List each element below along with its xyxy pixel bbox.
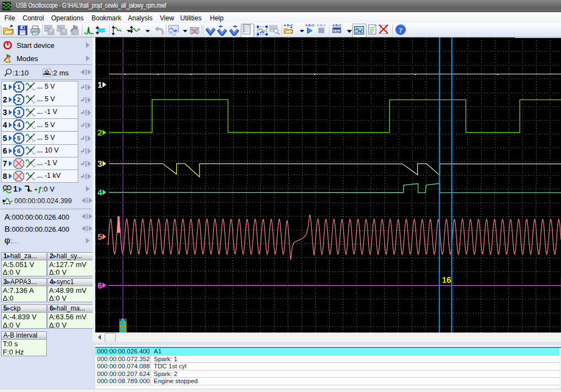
svg-text:3: 3 — [17, 109, 20, 116]
svg-text:A:B+C: A:B+C — [284, 24, 293, 27]
svg-text:3: 3 — [98, 159, 102, 168]
svg-text:2: 2 — [17, 96, 20, 103]
svg-text:A:B+C: A:B+C — [332, 24, 342, 27]
svg-text:B: B — [121, 326, 125, 332]
svg-text:A:B+C: A:B+C — [305, 24, 315, 27]
svg-text:4: 4 — [98, 188, 103, 197]
svg-text:5: 5 — [98, 232, 102, 241]
svg-text:?: ? — [399, 26, 403, 34]
svg-text:1: 1 — [17, 84, 20, 90]
svg-text:16: 16 — [442, 275, 451, 285]
svg-text:5: 5 — [17, 135, 20, 141]
svg-text:4: 4 — [17, 122, 21, 128]
svg-text:6: 6 — [98, 281, 102, 290]
svg-text:A:B+C: A:B+C — [317, 24, 326, 27]
svg-text:2: 2 — [98, 128, 102, 137]
svg-text:1: 1 — [98, 80, 102, 89]
svg-text:A: A — [121, 320, 125, 326]
svg-text:6: 6 — [17, 148, 20, 154]
